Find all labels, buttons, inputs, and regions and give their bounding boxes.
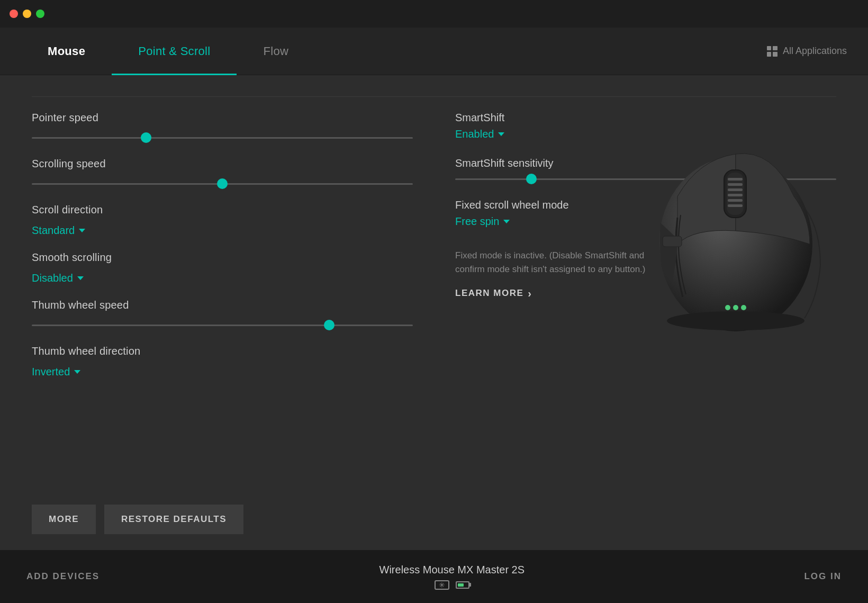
scrolling-speed-section: Scrolling speed — [32, 158, 413, 189]
smooth-scrolling-section: Smooth scrolling Disabled — [32, 251, 413, 284]
footer: ADD DEVICES Wireless Mouse MX Master 2S … — [0, 550, 868, 603]
device-name: Wireless Mouse MX Master 2S — [379, 564, 525, 576]
separator — [32, 96, 836, 97]
smartshift-sensitivity-thumb[interactable] — [526, 174, 537, 184]
scroll-direction-chevron-icon — [79, 229, 85, 232]
fixed-scroll-chevron-icon — [503, 220, 510, 223]
smooth-scrolling-value: Disabled — [32, 272, 73, 284]
right-column: SmartShift Enabled SmartShift sensitivit… — [455, 112, 836, 534]
all-applications-button[interactable]: All Applications — [767, 46, 847, 57]
battery-body — [456, 581, 469, 589]
pointer-speed-slider[interactable] — [32, 132, 413, 143]
svg-rect-4 — [728, 183, 743, 186]
smooth-scrolling-label: Smooth scrolling — [32, 251, 413, 264]
main-content: Pointer speed Scrolling speed Scro — [0, 75, 868, 550]
thumb-wheel-speed-section: Thumb wheel speed — [32, 299, 413, 330]
svg-rect-8 — [728, 204, 743, 207]
bottom-buttons: MORE RESTORE DEFAULTS — [32, 489, 413, 534]
tab-flow-label: Flow — [263, 44, 288, 58]
svg-rect-7 — [728, 199, 743, 202]
thumb-wheel-speed-label: Thumb wheel speed — [32, 299, 413, 311]
asterisk-icon: ✳ — [439, 581, 445, 589]
thumb-wheel-speed-track — [32, 325, 413, 326]
svg-rect-6 — [728, 194, 743, 196]
minimize-button[interactable] — [23, 10, 31, 18]
info-text: Fixed mode is inactive. (Disable SmartSh… — [455, 249, 656, 277]
scroll-direction-section: Scroll direction Standard — [32, 204, 413, 237]
title-bar — [0, 0, 868, 28]
svg-rect-5 — [728, 188, 743, 191]
thumb-wheel-speed-thumb[interactable] — [324, 320, 334, 330]
learn-more-label: LEARN MORE — [455, 288, 523, 299]
mouse-image — [630, 133, 852, 334]
settings-grid: Pointer speed Scrolling speed Scro — [32, 112, 836, 534]
smartshift-value: Enabled — [455, 128, 494, 140]
smartshift-chevron-icon — [498, 132, 504, 136]
all-applications-label: All Applications — [783, 46, 847, 57]
tab-mouse[interactable]: Mouse — [21, 28, 112, 75]
svg-point-12 — [741, 305, 746, 310]
svg-point-13 — [667, 311, 804, 330]
thumb-wheel-direction-chevron-icon — [74, 370, 80, 374]
scrolling-speed-thumb[interactable] — [217, 178, 228, 189]
tab-mouse-label: Mouse — [48, 44, 85, 58]
footer-icons: ✳ — [379, 580, 525, 590]
tab-flow[interactable]: Flow — [237, 28, 315, 75]
battery-icon — [456, 581, 469, 589]
thumb-wheel-direction-label: Thumb wheel direction — [32, 345, 413, 357]
pointer-speed-label: Pointer speed — [32, 112, 413, 124]
grid-icon — [767, 46, 777, 57]
svg-rect-9 — [663, 236, 682, 247]
restore-defaults-button[interactable]: RESTORE DEFAULTS — [104, 505, 243, 534]
traffic-lights — [10, 10, 44, 18]
maximize-button[interactable] — [36, 10, 44, 18]
thumb-wheel-direction-section: Thumb wheel direction Inverted — [32, 345, 413, 378]
tabs: Mouse Point & Scroll Flow — [21, 28, 767, 75]
scroll-direction-label: Scroll direction — [32, 204, 413, 216]
more-button[interactable]: MORE — [32, 505, 96, 534]
smartshift-label: SmartShift — [455, 112, 836, 124]
thumb-wheel-speed-slider[interactable] — [32, 320, 413, 330]
pointer-speed-section: Pointer speed — [32, 112, 413, 143]
footer-center: Wireless Mouse MX Master 2S ✳ — [379, 564, 525, 590]
fixed-scroll-value: Free spin — [455, 215, 499, 228]
tab-bar: Mouse Point & Scroll Flow All Applicatio… — [0, 28, 868, 75]
scrolling-speed-slider[interactable] — [32, 178, 413, 189]
thumb-wheel-direction-dropdown[interactable]: Inverted — [32, 366, 413, 378]
smooth-scrolling-dropdown[interactable]: Disabled — [32, 272, 413, 284]
connection-icon: ✳ — [435, 580, 449, 590]
pointer-speed-track — [32, 137, 413, 139]
smooth-scrolling-chevron-icon — [77, 276, 84, 280]
tab-point-scroll[interactable]: Point & Scroll — [112, 28, 237, 75]
svg-point-10 — [725, 305, 730, 310]
svg-rect-3 — [728, 178, 743, 181]
scrolling-speed-label: Scrolling speed — [32, 158, 413, 170]
thumb-wheel-direction-value: Inverted — [32, 366, 70, 378]
svg-point-11 — [733, 305, 738, 310]
pointer-speed-thumb[interactable] — [141, 132, 151, 143]
close-button[interactable] — [10, 10, 18, 18]
add-devices-button[interactable]: ADD DEVICES — [26, 571, 100, 582]
battery-fill — [458, 583, 464, 587]
scrolling-speed-track — [32, 183, 413, 185]
scroll-direction-value: Standard — [32, 224, 75, 237]
learn-more-arrow-icon: › — [528, 287, 532, 300]
left-column: Pointer speed Scrolling speed Scro — [32, 112, 413, 534]
tab-point-scroll-label: Point & Scroll — [138, 44, 210, 58]
login-button[interactable]: LOG IN — [804, 571, 842, 582]
scroll-direction-dropdown[interactable]: Standard — [32, 224, 413, 237]
